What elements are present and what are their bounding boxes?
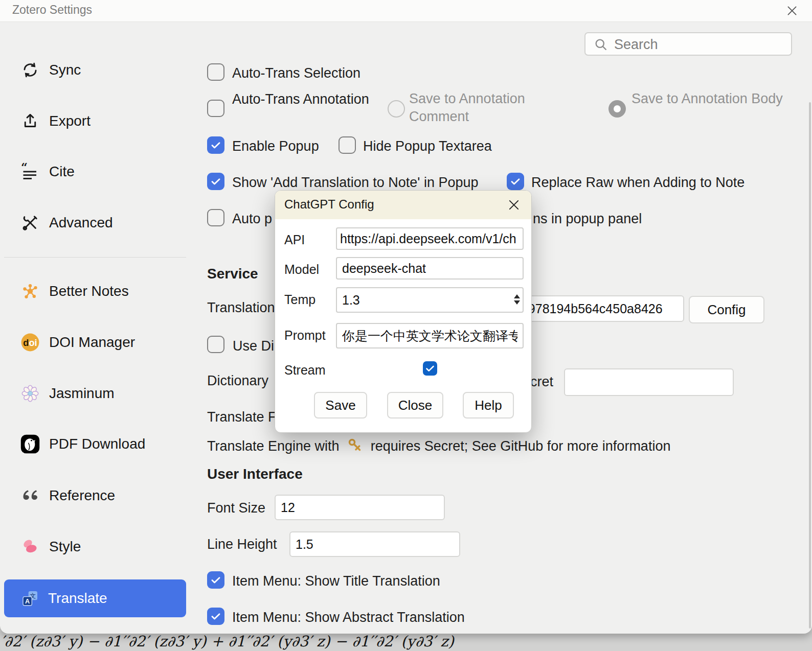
engine-note-suffix: requires Secret; See GitHub for more inf… [371, 438, 671, 454]
sidebar-item-label: PDF Download [49, 436, 145, 452]
check-icon [509, 175, 522, 188]
sidebar-item-reference[interactable]: Reference [20, 483, 115, 508]
font-size-label: Font Size [207, 499, 265, 517]
zotero-settings-app: ′∂2′ (z∂3′ y) − ∂1′′∂2′ (z∂3′ y) + ∂1′′∂… [0, 0, 812, 651]
api-label: API [284, 230, 305, 249]
prompt-label: Prompt [284, 326, 326, 344]
dialog-header: ChatGPT Config [275, 191, 531, 219]
auto-trans-selection-label: Auto-Trans Selection [232, 64, 360, 82]
sidebar-item-export[interactable]: Export [20, 109, 91, 133]
temp-input[interactable] [336, 287, 524, 313]
check-icon [209, 138, 222, 152]
background-formula-strip: ′∂2′ (z∂3′ y) − ∂1′′∂2′ (z∂3′ y) + ∂1′′∂… [0, 632, 812, 651]
search-box[interactable] [584, 32, 792, 56]
sidebar-item-label: Translate [48, 590, 107, 607]
translate-forms-label-partial: Translate F [207, 408, 277, 426]
molecule-icon [20, 282, 40, 301]
sidebar-item-jasminum[interactable]: Jasminum [20, 381, 115, 406]
stream-checkbox[interactable] [423, 361, 437, 376]
sidebar-item-advanced[interactable]: Advanced [20, 211, 113, 235]
settings-window: Zotero Settings Sync [0, 0, 812, 634]
check-icon [209, 610, 222, 623]
close-icon [785, 4, 799, 17]
sidebar-item-label: Style [49, 539, 81, 555]
svg-text:A: A [25, 598, 30, 605]
auto-trans-selection-checkbox[interactable] [207, 63, 224, 81]
check-icon [209, 573, 222, 587]
scrollbar[interactable] [809, 102, 811, 629]
show-add-translation-label: Show 'Add Translation to Note' in Popup [232, 173, 479, 192]
sidebar-item-doi-manager[interactable]: doi DOI Manager [20, 330, 135, 355]
sidebar-divider [4, 257, 186, 258]
hide-popup-textarea-label: Hide Popup Textarea [363, 137, 492, 155]
save-annotation-body-label: Save to Annotation Body [631, 90, 785, 108]
replace-raw-checkbox[interactable] [507, 173, 524, 190]
sidebar-item-translate-selected[interactable]: 文 A Translate [4, 579, 186, 617]
check-icon [209, 175, 222, 188]
secret-label-partial: cret [530, 373, 553, 391]
save-annotation-body-radio[interactable] [608, 100, 626, 118]
prompt-input[interactable] [336, 323, 524, 348]
line-height-input[interactable] [289, 531, 460, 557]
sidebar-item-label: Jasminum [49, 385, 115, 402]
auto-trans-annotation-checkbox[interactable] [207, 100, 224, 117]
save-annotation-comment-radio[interactable] [388, 100, 405, 118]
export-icon [20, 111, 40, 131]
flower-icon [20, 384, 40, 403]
sidebar-item-style[interactable]: Style [20, 534, 81, 559]
item-menu-title-checkbox[interactable] [207, 571, 224, 589]
hide-popup-textarea-checkbox[interactable] [339, 136, 356, 154]
petal-icon [20, 537, 40, 556]
search-input[interactable] [613, 33, 789, 56]
user-interface-heading: User Interface [207, 465, 303, 483]
line-height-label: Line Height [207, 535, 277, 553]
svg-text:doi: doi [23, 338, 37, 348]
translation-secret-input[interactable] [511, 295, 684, 322]
enable-popup-checkbox[interactable] [207, 136, 224, 154]
sidebar-item-label: Reference [49, 487, 115, 504]
sidebar-item-sync[interactable]: Sync [20, 58, 81, 82]
sidebar-item-label: Advanced [49, 215, 113, 231]
temp-stepper[interactable] [514, 294, 521, 306]
save-annotation-comment-label: Save to Annotation Comment [409, 90, 562, 126]
close-icon [507, 198, 521, 212]
auto-popup-checkbox[interactable] [207, 209, 224, 226]
item-menu-title-label: Item Menu: Show Title Translation [232, 572, 440, 590]
sidebar-item-cite[interactable]: “ Cite [20, 159, 75, 184]
translate-icon: 文 A [20, 589, 40, 608]
replace-raw-label: Replace Raw when Adding to Note [531, 173, 745, 192]
config-button[interactable]: Config [689, 296, 764, 323]
close-button[interactable]: Close [387, 392, 443, 418]
penguin-icon [20, 434, 40, 454]
use-dict-label-partial: Use Di [233, 337, 274, 355]
enable-popup-label: Enable Popup [232, 137, 319, 155]
save-button[interactable]: Save [314, 392, 367, 418]
sidebar-item-label: Cite [49, 164, 75, 180]
sidebar-item-label: Better Notes [49, 283, 129, 299]
math-formula-text: ′∂2′ (z∂3′ y) − ∂1′′∂2′ (z∂3′ y) + ∂1′′∂… [1, 632, 454, 651]
font-size-input[interactable] [275, 495, 445, 520]
titlebar: Zotero Settings [0, 0, 812, 22]
auto-popup-label-partial: Auto p [232, 210, 272, 228]
service-heading: Service [207, 265, 258, 283]
show-add-translation-checkbox[interactable] [207, 173, 224, 190]
tools-icon [20, 213, 40, 232]
use-dict-checkbox[interactable] [207, 336, 224, 353]
api-input[interactable] [336, 227, 524, 250]
model-input[interactable] [336, 257, 524, 280]
item-menu-abstract-checkbox[interactable] [207, 608, 224, 625]
dictionary-secret-input[interactable] [564, 368, 734, 396]
translation-label: Translation [207, 298, 275, 317]
quote-icon [20, 486, 40, 505]
sidebar-item-pdf-download[interactable]: PDF Download [20, 432, 145, 456]
engine-note: Translate Engine with requires Secret; S… [207, 437, 670, 457]
model-label: Model [284, 260, 319, 278]
help-button[interactable]: Help [463, 392, 514, 418]
dialog-close-button[interactable] [505, 197, 523, 213]
temp-label: Temp [284, 290, 315, 309]
window-close-button[interactable] [783, 3, 801, 19]
engine-note-prefix: Translate Engine with [207, 438, 340, 454]
cite-icon: “ [20, 162, 40, 181]
sidebar-item-better-notes[interactable]: Better Notes [20, 279, 129, 304]
popup-panel-label-tail: ns in popup panel [533, 210, 642, 228]
